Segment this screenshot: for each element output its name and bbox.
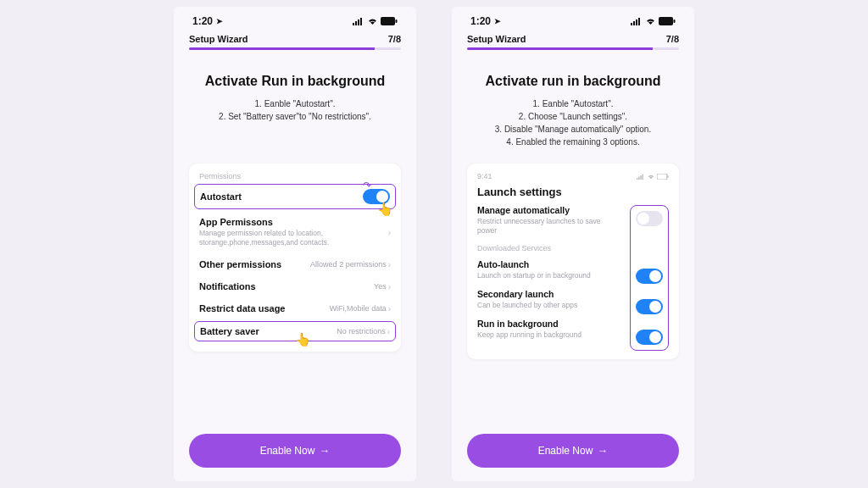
downloaded-services-label: Downloaded Services [477,244,621,252]
arrow-right-icon: → [598,445,608,457]
other-permissions-row[interactable]: Other permissions Allowed 2 permissions› [199,253,391,275]
svg-rect-1 [355,21,357,25]
notifications-row[interactable]: Notifications Yes› [199,275,391,297]
auto-launch-toggle[interactable] [636,269,663,284]
status-bar: 1:20 ➤ [467,7,679,32]
autostart-toggle[interactable] [363,189,390,204]
autostart-label: Autostart [200,191,242,202]
inner-time: 9:41 [477,172,492,180]
other-permissions-value: Allowed 2 permissions [310,260,387,269]
enable-now-button[interactable]: Enable Now → [467,434,679,468]
instruction-4: 4. Enabled the remaining 3 options. [467,136,679,148]
svg-rect-7 [633,21,635,25]
manage-auto-toggle[interactable] [636,211,663,226]
restrict-data-row[interactable]: Restrict data usage WiFi,Mobile data› [199,297,391,319]
location-icon: ➤ [494,17,501,25]
wizard-label: Setup Wizard [467,34,526,44]
secondary-launch-sub: Can be launched by other apps [477,301,604,310]
secondary-launch-toggle[interactable] [636,299,663,314]
instruction-3: 3. Disable "Manage automatically" option… [467,123,679,136]
auto-launch-label: Auto-launch [477,259,621,269]
svg-rect-16 [657,174,667,180]
chevron-right-icon: › [388,260,391,269]
signal-icon [353,17,364,25]
run-in-background-row[interactable]: Run in background Keep app running in ba… [477,319,621,340]
svg-rect-17 [667,175,668,178]
progress-fill [467,47,653,50]
battery-saver-label: Battery saver [200,326,259,336]
instruction-2: 2. Choose "Launch settings". [467,110,679,123]
secondary-launch-row[interactable]: Secondary launch Can be launched by othe… [477,289,621,310]
battery-icon [381,17,398,25]
status-time: 1:20 [470,15,491,27]
chevron-right-icon: › [388,228,391,237]
manage-automatically-row[interactable]: Manage automatically Restrict unnecessar… [477,205,621,236]
signal-icon [637,174,645,180]
auto-launch-sub: Launch on startup or in background [477,271,604,280]
cta-label: Enable Now [260,445,315,457]
cta-label: Enable Now [538,445,593,457]
instructions: 1. Eanble "Autostart". 2. Set "Battery s… [189,97,401,123]
wifi-icon [645,17,656,25]
signal-icon [631,17,643,25]
manage-auto-sub: Restrict unnecessary launches to save po… [477,217,604,236]
run-bg-sub: Keep app running in background [477,330,604,340]
wizard-step: 7/8 [388,34,401,44]
svg-rect-2 [358,19,359,25]
svg-rect-4 [381,17,395,25]
chevron-right-icon: › [388,304,391,313]
chevron-right-icon: › [387,327,390,336]
run-bg-toggle[interactable] [636,330,663,345]
svg-rect-11 [674,19,676,23]
phone-screen-1: 1:20 ➤ Setup Wizard 7/8 Activate Run in … [174,7,416,481]
auto-launch-row[interactable]: Auto-launch Launch on startup or in back… [477,259,621,280]
location-icon: ➤ [216,17,223,25]
autostart-row[interactable]: ↷ Autostart 👆 [194,184,396,209]
status-bar: 1:20 ➤ [189,7,401,32]
svg-rect-3 [360,18,362,25]
battery-saver-value: No restrictions [337,327,386,336]
battery-saver-row[interactable]: Battery saver No restrictions› 👆 [194,321,396,341]
svg-rect-5 [396,19,398,23]
app-permissions-sub: Manage permission related to location, s… [199,229,335,247]
manage-auto-label: Manage automatically [477,205,621,215]
progress-bar [467,47,679,50]
app-permissions-label: App Permissons [199,217,335,227]
page-title: Activate run in background [467,74,679,89]
progress-fill [189,47,375,50]
svg-rect-8 [636,19,637,25]
instructions: 1. Eanble "Autostart". 2. Choose "Launch… [467,97,679,148]
permissions-card: Permissions ↷ Autostart 👆 App Permissons… [189,164,401,352]
wizard-step: 7/8 [666,34,679,44]
wifi-icon [367,17,378,25]
enable-now-button[interactable]: Enable Now → [189,434,401,468]
secondary-launch-label: Secondary launch [477,289,621,299]
instruction-1: 1. Eanble "Autostart". [189,97,401,110]
svg-rect-9 [638,18,640,25]
notifications-value: Yes [374,282,387,291]
launch-settings-title: Launch settings [477,186,669,198]
wizard-header: Setup Wizard 7/8 [467,32,679,47]
restrict-data-label: Restrict data usage [199,303,285,313]
arrow-right-icon: → [320,445,330,457]
status-icons [631,17,676,25]
other-permissions-label: Other permissions [199,259,281,269]
notifications-label: Notifications [199,281,256,291]
battery-icon [659,17,676,25]
launch-settings-card: 9:41 Launch settings Manage automaticall… [467,164,679,359]
toggle-column [630,205,669,351]
inner-status-bar: 9:41 [477,172,669,180]
svg-rect-14 [640,175,641,180]
tap-hand-icon: 👆 [295,332,311,347]
status-icons [353,17,398,25]
instruction-1: 1. Eanble "Autostart". [467,97,679,110]
chevron-right-icon: › [388,282,391,291]
app-permissions-row[interactable]: App Permissons Manage permission related… [199,211,391,253]
progress-bar [189,47,401,50]
svg-rect-0 [353,23,354,25]
status-time: 1:20 [192,15,213,27]
run-bg-label: Run in background [477,319,621,329]
battery-icon [657,174,669,180]
wizard-label: Setup Wizard [189,34,248,44]
svg-rect-13 [638,176,639,180]
